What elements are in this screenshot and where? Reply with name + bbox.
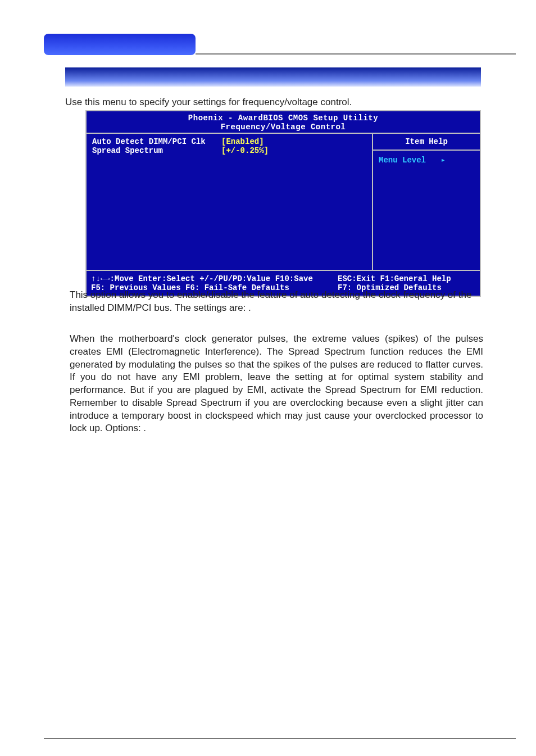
bios-setting-row[interactable]: Spread Spectrum [+/-0.25%] — [92, 146, 366, 155]
footer-right-line1: ESC:Exit F1:General Help — [338, 274, 475, 283]
item-help-title: Item Help — [373, 134, 480, 151]
setting-label: Spread Spectrum — [92, 146, 221, 155]
section-heading-bar — [65, 67, 481, 87]
bios-screenshot: Phoenix - AwardBIOS CMOS Setup Utility F… — [85, 110, 481, 297]
setting-label: Auto Detect DIMM/PCI Clk — [92, 137, 221, 146]
bios-setting-row[interactable]: Auto Detect DIMM/PCI Clk [Enabled] — [92, 137, 366, 146]
bios-title-line1: Phoenix - AwardBIOS CMOS Setup Utility — [87, 114, 480, 123]
bios-title-line2: Frequency/Voltage Control — [87, 123, 480, 132]
menu-level-label: Menu Level — [379, 156, 426, 165]
bios-help-panel: Item Help Menu Level ▸ — [373, 134, 480, 270]
setting-value[interactable]: [Enabled] — [221, 137, 264, 146]
menu-level: Menu Level ▸ — [373, 151, 480, 169]
bios-title: Phoenix - AwardBIOS CMOS Setup Utility F… — [87, 111, 480, 133]
page-footer-rule — [44, 738, 516, 739]
footer-left-line1: ↑↓←→:Move Enter:Select +/-/PU/PD:Value F… — [91, 274, 338, 283]
header-pill — [44, 34, 196, 55]
paragraph-auto-detect: This option allows you to enable/disable… — [70, 289, 483, 315]
paragraph-spread-spectrum: When the motherboard's clock generator p… — [70, 333, 483, 435]
header-rule — [196, 53, 516, 55]
setting-value[interactable]: [+/-0.25%] — [221, 146, 269, 155]
intro-text: Use this menu to specify your settings f… — [65, 97, 352, 108]
arrow-right-icon: ▸ — [440, 156, 445, 165]
bios-settings-panel: Auto Detect DIMM/PCI Clk [Enabled] Sprea… — [87, 134, 373, 270]
